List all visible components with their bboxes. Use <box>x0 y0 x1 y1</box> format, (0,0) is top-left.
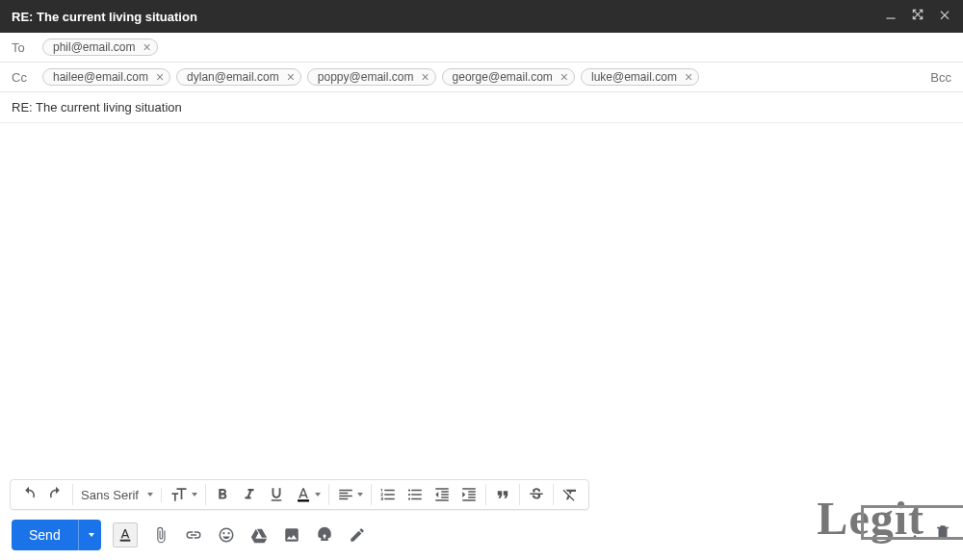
minimize-icon[interactable] <box>884 8 898 25</box>
indent-decrease-icon[interactable] <box>433 484 451 505</box>
recipient-chip[interactable]: dylan@email.com × <box>176 68 301 86</box>
numbered-list-icon[interactable] <box>379 484 397 505</box>
bottom-bar: Send <box>0 516 963 560</box>
insert-link-icon[interactable] <box>184 525 203 545</box>
formatting-toggle-icon[interactable] <box>113 522 138 547</box>
close-icon[interactable] <box>938 8 951 25</box>
caret-down-icon <box>192 493 197 496</box>
svg-point-3 <box>914 526 917 529</box>
font-family-label: Sans Serif <box>81 488 139 502</box>
confidential-mode-icon[interactable] <box>315 525 334 545</box>
insert-drive-icon[interactable] <box>249 525 269 545</box>
subject-field[interactable]: RE: The current living situation <box>0 92 963 123</box>
header-controls <box>884 8 951 25</box>
redo-icon[interactable] <box>47 484 65 505</box>
remove-chip-icon[interactable]: × <box>154 70 166 84</box>
underline-icon[interactable] <box>268 484 285 505</box>
recipient-chip[interactable]: luke@email.com × <box>581 68 699 86</box>
recipient-chip-text: hailee@email.com <box>53 70 148 84</box>
svg-rect-1 <box>298 499 309 501</box>
align-icon[interactable] <box>337 484 363 505</box>
discard-draft-icon[interactable] <box>934 523 951 545</box>
strikethrough-icon[interactable] <box>528 484 545 505</box>
format-toolbar: Sans Serif <box>10 479 589 510</box>
cc-chips: hailee@email.com × dylan@email.com × pop… <box>42 68 923 86</box>
recipient-chip-text: dylan@email.com <box>187 70 279 84</box>
recipient-chip-text: poppy@email.com <box>318 70 414 84</box>
to-chips: phil@email.com × <box>42 38 951 56</box>
svg-rect-0 <box>886 18 895 19</box>
bulleted-list-icon[interactable] <box>406 484 424 505</box>
italic-icon[interactable] <box>241 484 258 505</box>
send-button[interactable]: Send <box>12 520 78 550</box>
recipient-chip-text: phil@email.com <box>53 40 136 54</box>
compose-action-icons <box>113 522 367 547</box>
insert-signature-icon[interactable] <box>348 525 367 545</box>
remove-chip-icon[interactable]: × <box>559 70 570 84</box>
recipient-chip[interactable]: hailee@email.com × <box>42 68 170 86</box>
send-button-group: Send <box>12 520 101 550</box>
font-size-icon[interactable] <box>169 484 197 505</box>
compose-title: RE: The current living situation <box>12 10 884 24</box>
bottom-right-actions <box>907 523 951 545</box>
compose-header: RE: The current living situation <box>0 0 963 33</box>
subject-text: RE: The current living situation <box>12 100 182 115</box>
caret-down-icon <box>357 493 363 496</box>
remove-chip-icon[interactable]: × <box>285 70 297 84</box>
bcc-toggle[interactable]: Bcc <box>930 70 951 85</box>
font-family-select[interactable]: Sans Serif <box>81 488 153 502</box>
cc-row[interactable]: Cc hailee@email.com × dylan@email.com × … <box>0 63 963 92</box>
to-label: To <box>12 40 35 55</box>
compose-body[interactable] <box>0 123 963 479</box>
recipient-chip[interactable]: george@email.com × <box>442 68 575 86</box>
send-options-button[interactable] <box>78 520 101 550</box>
quote-icon[interactable] <box>494 484 511 505</box>
caret-down-icon <box>147 493 153 496</box>
caret-down-icon <box>315 493 321 496</box>
text-color-icon[interactable] <box>295 484 321 505</box>
remove-formatting-icon[interactable] <box>561 484 579 505</box>
remove-chip-icon[interactable]: × <box>419 70 430 84</box>
insert-emoji-icon[interactable] <box>217 525 236 545</box>
to-row[interactable]: To phil@email.com × <box>0 33 963 63</box>
cc-label: Cc <box>12 70 35 85</box>
remove-chip-icon[interactable]: × <box>683 70 694 84</box>
more-options-icon[interactable] <box>907 524 923 544</box>
recipient-chip[interactable]: phil@email.com × <box>42 38 158 56</box>
attach-file-icon[interactable] <box>151 525 170 545</box>
expand-icon[interactable] <box>911 8 924 25</box>
undo-icon[interactable] <box>20 484 38 505</box>
indent-increase-icon[interactable] <box>460 484 478 505</box>
recipient-chip-text: luke@email.com <box>591 70 677 84</box>
svg-point-5 <box>914 535 917 538</box>
remove-chip-icon[interactable]: × <box>142 40 153 54</box>
svg-point-4 <box>914 531 917 534</box>
insert-photo-icon[interactable] <box>282 525 301 545</box>
bold-icon[interactable] <box>214 484 231 505</box>
caret-down-icon <box>89 533 94 537</box>
recipient-chip-text: george@email.com <box>453 70 553 84</box>
recipient-chip[interactable]: poppy@email.com × <box>307 68 436 86</box>
svg-rect-2 <box>119 540 130 542</box>
